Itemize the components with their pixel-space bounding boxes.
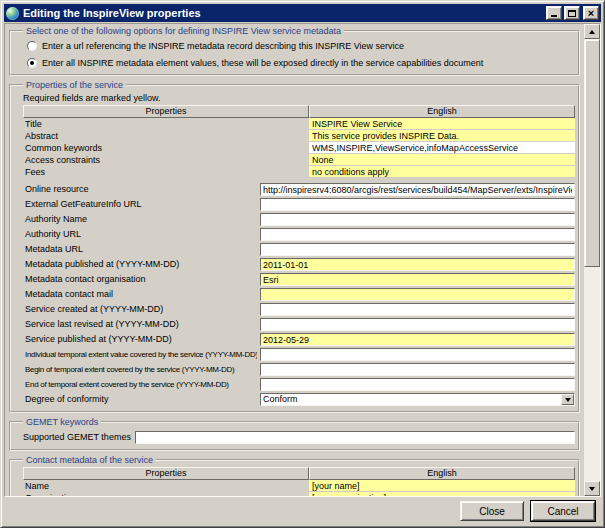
degree-of-conformity-select[interactable]: Conform — [260, 393, 575, 406]
option-metadata-url-radio[interactable]: Enter a url referencing the INSPIRE meta… — [27, 38, 575, 53]
table-row-abstract: Abstract This service provides INSPIRE D… — [23, 130, 575, 142]
form-row-begin-temporal-extent: Begin of temporal extent covered by the … — [23, 362, 575, 377]
close-icon: × — [588, 8, 594, 18]
abstract-value-cell[interactable]: This service provides INSPIRE Data. — [309, 130, 575, 142]
radio-unselected-icon[interactable] — [27, 41, 37, 51]
metadata-published-input[interactable] — [260, 258, 575, 271]
option-metadata-values-label: Enter all INSPIRE metadata element value… — [42, 58, 483, 68]
metadata-contact-organisation-input[interactable] — [260, 273, 575, 286]
form-row-authority-name: Authority Name — [23, 212, 575, 227]
up-arrow-icon — [589, 30, 595, 34]
options-groupbox: Select one of the following options for … — [9, 26, 580, 76]
service-properties-legend: Properties of the service — [23, 80, 126, 90]
field-label: Degree of conformity — [23, 392, 257, 407]
gemet-groupbox: GEMET keywords Supported GEMET themes — [9, 417, 580, 451]
table-row-common-keywords: Common keywords WMS,INSPIRE,ViewService,… — [23, 142, 575, 154]
dialog-content: Select one of the following options for … — [5, 24, 584, 496]
row-label: Fees — [23, 166, 309, 178]
field-label: Service published at (YYYY-MM-DD) — [23, 332, 257, 347]
table-row-fees: Fees no conditions apply — [23, 166, 575, 178]
properties-table-header: Properties English — [23, 105, 575, 118]
form-row-metadata-contact-organisation: Metadata contact organisation — [23, 272, 575, 287]
row-label: Title — [23, 118, 309, 130]
form-row-end-temporal-extent: End of temporal extent covered by the se… — [23, 377, 575, 392]
scrollbar-track[interactable] — [584, 39, 600, 481]
radio-selected-icon[interactable] — [27, 58, 37, 68]
common-keywords-value-cell[interactable]: WMS,INSPIRE,ViewService,infoMapAccessSer… — [309, 142, 575, 154]
form-row-authority-url: Authority URL — [23, 227, 575, 242]
row-label: Common keywords — [23, 142, 309, 154]
field-label: End of temporal extent covered by the se… — [23, 377, 257, 392]
form-row-service-last-revised: Service last revised at (YYYY-MM-DD) — [23, 317, 575, 332]
form-row-metadata-contact-mail: Metadata contact mail — [23, 287, 575, 302]
title-bar[interactable]: Editing the InspireView properties × — [4, 4, 601, 22]
cancel-button[interactable]: Cancel — [531, 501, 595, 521]
online-resource-input[interactable] — [260, 183, 575, 196]
form-row-degree-of-conformity: Degree of conformity Conform — [23, 392, 575, 407]
option-metadata-values-radio[interactable]: Enter all INSPIRE metadata element value… — [27, 55, 575, 70]
individual-temporal-extent-input[interactable] — [260, 348, 575, 361]
field-label: Online resource — [23, 182, 257, 197]
access-constraints-value-cell[interactable]: None — [309, 154, 575, 166]
header-english-column: English — [309, 105, 575, 118]
field-label: Metadata published at (YYYY-MM-DD) — [23, 257, 257, 272]
authority-url-input[interactable] — [260, 228, 575, 241]
end-temporal-extent-input[interactable] — [260, 378, 575, 391]
scroll-up-button[interactable] — [584, 24, 600, 39]
field-label: External GetFeatureInfo URL — [23, 197, 257, 212]
form-row-metadata-url: Metadata URL — [23, 242, 575, 257]
option-metadata-url-label: Enter a url referencing the INSPIRE meta… — [42, 41, 404, 51]
required-fields-note: Required fields are marked yellow. — [23, 93, 575, 103]
gemet-legend: GEMET keywords — [23, 417, 101, 427]
vertical-scrollbar[interactable] — [584, 24, 600, 496]
service-created-input[interactable] — [260, 303, 575, 316]
begin-temporal-extent-input[interactable] — [260, 363, 575, 376]
form-row-service-created: Service created at (YYYY-MM-DD) — [23, 302, 575, 317]
gemet-row: Supported GEMET themes — [23, 429, 575, 445]
title-value-cell[interactable]: INSPIRE View Service — [309, 118, 575, 130]
globe-icon — [6, 7, 19, 20]
contact-table-header: Properties English — [23, 467, 575, 480]
down-arrow-icon — [589, 487, 595, 491]
field-label: Authority Name — [23, 212, 257, 227]
row-label: Name — [23, 480, 309, 492]
dialog-button-bar: Close Cancel — [4, 498, 601, 524]
form-row-external-getfeatureinfo: External GetFeatureInfo URL — [23, 197, 575, 212]
service-published-input[interactable] — [260, 333, 575, 346]
close-button[interactable]: Close — [460, 501, 524, 521]
table-row-access-constraints: Access constraints None — [23, 154, 575, 166]
scroll-viewport: Select one of the following options for … — [4, 23, 601, 497]
field-label: Metadata URL — [23, 242, 257, 257]
header-properties-column: Properties — [23, 105, 309, 118]
contact-metadata-groupbox: Contact metadata of the service Properti… — [9, 455, 580, 496]
table-row-name: Name [your name] — [23, 480, 575, 492]
contact-organization-value-cell[interactable]: [your organization] — [309, 492, 575, 496]
authority-name-input[interactable] — [260, 213, 575, 226]
metadata-url-input[interactable] — [260, 243, 575, 256]
dialog-window: Editing the InspireView properties × Sel… — [0, 0, 605, 528]
field-label: Individual temporal extent value covered… — [23, 347, 257, 362]
field-label: Service created at (YYYY-MM-DD) — [23, 302, 257, 317]
external-getfeatureinfo-url-input[interactable] — [260, 198, 575, 211]
contact-metadata-legend: Contact metadata of the service — [23, 455, 156, 465]
supported-gemet-themes-input[interactable] — [135, 431, 575, 444]
window-title: Editing the InspireView properties — [23, 7, 544, 19]
field-label: Metadata contact mail — [23, 287, 257, 302]
minimize-button[interactable] — [546, 6, 562, 20]
maximize-button[interactable] — [564, 6, 580, 20]
fees-value-cell[interactable]: no conditions apply — [309, 166, 575, 178]
contact-name-value-cell[interactable]: [your name] — [309, 480, 575, 492]
dropdown-button[interactable] — [561, 394, 574, 405]
form-row-individual-temporal-extent: Individual temporal extent value covered… — [23, 347, 575, 362]
header-properties-column: Properties — [23, 467, 309, 480]
close-window-button[interactable]: × — [583, 6, 599, 20]
field-label: Authority URL — [23, 227, 257, 242]
service-properties-groupbox: Properties of the service Required field… — [9, 80, 580, 413]
row-label: Organization — [23, 492, 309, 496]
form-row-metadata-published: Metadata published at (YYYY-MM-DD) — [23, 257, 575, 272]
metadata-contact-mail-input[interactable] — [260, 288, 575, 301]
scroll-down-button[interactable] — [584, 481, 600, 496]
maximize-icon — [568, 10, 576, 17]
service-last-revised-input[interactable] — [260, 318, 575, 331]
scrollbar-thumb[interactable] — [584, 39, 600, 267]
